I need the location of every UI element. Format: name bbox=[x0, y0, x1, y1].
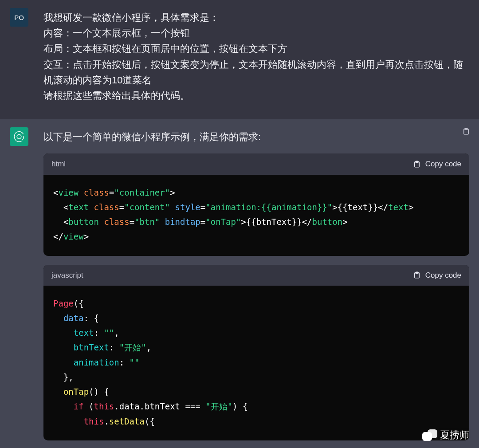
user-message: PO 我想研发一款微信小程序，具体需求是： 内容：一个文本展示框，一个按钮 布局… bbox=[0, 0, 479, 119]
user-text: 我想研发一款微信小程序，具体需求是： 内容：一个文本展示框，一个按钮 布局：文本… bbox=[43, 8, 469, 103]
clipboard-icon bbox=[413, 271, 421, 279]
wechat-icon bbox=[422, 429, 437, 441]
user-avatar-label: PO bbox=[14, 14, 24, 21]
assistant-message: 以下是一个简单的微信小程序示例，满足你的需求: html Copy code <… bbox=[0, 119, 479, 448]
clipboard-icon bbox=[413, 160, 421, 168]
assistant-intro: 以下是一个简单的微信小程序示例，满足你的需求: bbox=[43, 129, 469, 145]
svg-point-0 bbox=[17, 134, 21, 139]
copy-code-button[interactable]: Copy code bbox=[413, 158, 461, 170]
code-header: html Copy code bbox=[43, 153, 469, 174]
copy-code-label: Copy code bbox=[425, 269, 461, 281]
user-text-content: 我想研发一款微信小程序，具体需求是： 内容：一个文本展示框，一个按钮 布局：文本… bbox=[43, 10, 469, 103]
watermark-label: 夏捞师 bbox=[440, 428, 469, 442]
code-lang-label: html bbox=[51, 158, 66, 170]
assistant-avatar bbox=[10, 127, 28, 146]
copy-response-button[interactable] bbox=[462, 127, 470, 137]
user-avatar: PO bbox=[10, 8, 28, 27]
code-block-html: html Copy code <view class="container"> … bbox=[43, 153, 469, 255]
clipboard-icon bbox=[462, 127, 470, 135]
assistant-body: 以下是一个简单的微信小程序示例，满足你的需求: html Copy code <… bbox=[43, 127, 469, 440]
openai-icon bbox=[13, 130, 25, 143]
code-header: javascript Copy code bbox=[43, 265, 469, 286]
code-lang-label: javascript bbox=[51, 269, 83, 281]
code-content-js[interactable]: Page({ data: { text: "", btnText: "开始", … bbox=[43, 286, 469, 440]
code-content-html[interactable]: <view class="container"> <text class="co… bbox=[43, 175, 469, 256]
copy-code-button[interactable]: Copy code bbox=[413, 269, 461, 281]
copy-code-label: Copy code bbox=[425, 158, 461, 170]
watermark: 夏捞师 bbox=[422, 428, 469, 442]
code-block-js: javascript Copy code Page({ data: { text… bbox=[43, 265, 469, 440]
